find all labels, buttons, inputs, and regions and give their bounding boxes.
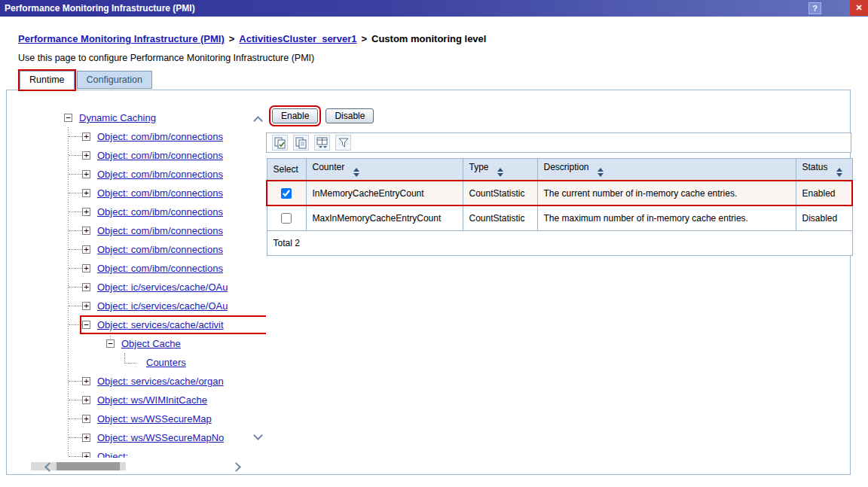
tree-item: + Object: com/ibm/connections bbox=[16, 184, 266, 202]
tree-item-link[interactable]: Object: com/ibm/connections bbox=[97, 131, 223, 142]
expand-icon[interactable]: + bbox=[82, 170, 90, 178]
disable-button[interactable]: Disable bbox=[326, 108, 374, 123]
tree-item: + Object: com/ibm/connections bbox=[16, 202, 266, 221]
sort-icon[interactable] bbox=[598, 168, 604, 177]
counters-panel: Enable Disable bbox=[266, 105, 851, 256]
expand-icon[interactable]: + bbox=[82, 227, 90, 235]
help-icon[interactable]: ? bbox=[808, 2, 821, 14]
expand-icon[interactable]: + bbox=[82, 189, 90, 197]
header-status-label: Status bbox=[802, 162, 828, 172]
sort-icon[interactable] bbox=[836, 168, 842, 177]
header-counter: Counter bbox=[306, 159, 463, 181]
row-checkbox[interactable] bbox=[281, 213, 292, 224]
tree-connector bbox=[69, 249, 82, 250]
table-total-row: Total 2 bbox=[267, 230, 852, 255]
tree-horizontal-scrollbar bbox=[16, 461, 266, 472]
window-titlebar: Performance Monitoring Infrastructure (P… bbox=[0, 0, 868, 17]
collapse-icon[interactable]: − bbox=[82, 321, 90, 329]
expand-icon[interactable]: + bbox=[82, 415, 90, 423]
tree-connector bbox=[69, 174, 82, 175]
tree-item-link[interactable]: Object: com/ibm/connections bbox=[97, 263, 223, 274]
tree-connector bbox=[69, 268, 82, 269]
tree-item-link[interactable]: Object: ws/WSSecureMapNo bbox=[97, 432, 224, 443]
expand-icon[interactable]: + bbox=[82, 264, 90, 272]
tree-item-link[interactable]: Object Cache bbox=[121, 338, 181, 349]
expand-icon[interactable]: + bbox=[82, 302, 90, 310]
tree-item-clipped: + Object: bbox=[16, 447, 266, 458]
breadcrumb-link-server[interactable]: ActivitiesCluster_server1 bbox=[239, 33, 356, 44]
tree-item: + Object: services/cache/organ bbox=[16, 372, 266, 391]
tree-connector bbox=[69, 381, 82, 382]
scrollbar-thumb[interactable] bbox=[57, 462, 120, 470]
tab-runtime[interactable]: Runtime bbox=[20, 71, 75, 90]
tree-connector bbox=[69, 212, 82, 212]
tree-item-link[interactable]: Object: com/ibm/connections bbox=[97, 187, 223, 199]
tree-connector bbox=[69, 306, 82, 306]
tree-item: − Dynamic Caching bbox=[16, 108, 266, 127]
clear-filter-button[interactable] bbox=[335, 135, 351, 151]
tree-item-link[interactable]: Object: com/ibm/connections bbox=[97, 225, 223, 236]
expand-icon[interactable]: + bbox=[82, 208, 90, 216]
expand-icon[interactable]: + bbox=[82, 452, 90, 458]
row-checkbox[interactable] bbox=[281, 188, 292, 199]
expand-icon[interactable]: + bbox=[82, 434, 90, 442]
cell-status: Enabled bbox=[796, 181, 852, 205]
close-icon[interactable]: ✕ bbox=[850, 0, 868, 16]
sort-icon[interactable] bbox=[497, 168, 503, 177]
tree-item-link[interactable]: Counters bbox=[146, 357, 186, 368]
tree-item: + Object: ic/services/cache/OAu bbox=[16, 278, 266, 297]
tree-connector bbox=[69, 287, 82, 288]
show-filter-button[interactable] bbox=[314, 135, 330, 151]
expand-icon[interactable]: + bbox=[82, 283, 90, 291]
pmi-module-tree: − Dynamic Caching + Object: com/ibm/conn… bbox=[16, 105, 266, 458]
expand-icon[interactable]: + bbox=[82, 245, 90, 254]
cell-status: Disabled bbox=[796, 205, 852, 230]
tree-item-link[interactable]: Object: com/ibm/connections bbox=[97, 150, 223, 161]
enable-button[interactable]: Enable bbox=[272, 108, 318, 123]
select-all-button[interactable] bbox=[272, 135, 288, 151]
tree-connector bbox=[69, 136, 82, 137]
tree-item: + Object: com/ibm/connections bbox=[16, 259, 266, 278]
breadcrumb-separator: > bbox=[361, 33, 367, 44]
tree-item: + Object: com/ibm/connections bbox=[16, 127, 266, 146]
collapse-icon[interactable]: − bbox=[106, 339, 115, 348]
header-type-label: Type bbox=[469, 162, 489, 172]
tree-connector bbox=[69, 400, 82, 400]
tree-item-link[interactable]: Object: bbox=[97, 451, 128, 458]
tree-connector bbox=[69, 419, 82, 419]
page-description: Use this page to configure Performance M… bbox=[18, 53, 314, 63]
breadcrumb: Performance Monitoring Infrastructure (P… bbox=[18, 33, 486, 44]
tree-elbow-connector bbox=[124, 353, 136, 364]
tree-item-link[interactable]: Object: ic/services/cache/OAu bbox=[97, 282, 228, 293]
tree-item: − Object Cache bbox=[16, 334, 266, 353]
tree-item-link[interactable]: Object: com/ibm/connections bbox=[97, 206, 223, 218]
expand-icon[interactable]: + bbox=[82, 132, 90, 141]
deselect-all-button[interactable] bbox=[293, 135, 309, 151]
tree-connector bbox=[69, 437, 82, 438]
tree-item-link[interactable]: Object: services/cache/activit bbox=[97, 319, 224, 330]
tree-item-link[interactable]: Object: services/cache/organ bbox=[97, 376, 224, 387]
tree-item-link[interactable]: Dynamic Caching bbox=[79, 112, 156, 123]
breadcrumb-link-pmi[interactable]: Performance Monitoring Infrastructure (P… bbox=[18, 33, 225, 44]
tree-item-link[interactable]: Object: ws/WSSecureMap bbox=[97, 413, 212, 425]
table-row-selected: InMemoryCacheEntryCount CountStatistic T… bbox=[267, 181, 852, 205]
tab-configuration[interactable]: Configuration bbox=[77, 71, 152, 89]
deselect-all-icon bbox=[295, 136, 308, 150]
tree-item-link[interactable]: Object: ws/WIMInitCache bbox=[97, 394, 207, 406]
tree-item-link[interactable]: Object: com/ibm/connections bbox=[97, 169, 223, 180]
header-description-label: Description bbox=[544, 162, 589, 172]
show-filter-icon bbox=[316, 136, 329, 150]
total-label: Total 2 bbox=[267, 230, 852, 255]
header-description: Description bbox=[537, 159, 796, 181]
tree-item-selected: − Object: services/cache/activit bbox=[16, 315, 266, 334]
expand-icon[interactable]: + bbox=[82, 377, 90, 385]
cell-counter: InMemoryCacheEntryCount bbox=[306, 181, 463, 205]
tree-item-link[interactable]: Object: ic/services/cache/OAu bbox=[97, 300, 228, 312]
tree-item-link[interactable]: Object: com/ibm/connections bbox=[97, 244, 223, 255]
collapse-icon[interactable]: − bbox=[64, 114, 72, 122]
scroll-right-icon[interactable] bbox=[231, 462, 241, 472]
sort-icon[interactable] bbox=[353, 168, 359, 177]
expand-icon[interactable]: + bbox=[82, 151, 90, 160]
expand-icon[interactable]: + bbox=[82, 396, 90, 404]
header-select: Select bbox=[267, 159, 306, 181]
